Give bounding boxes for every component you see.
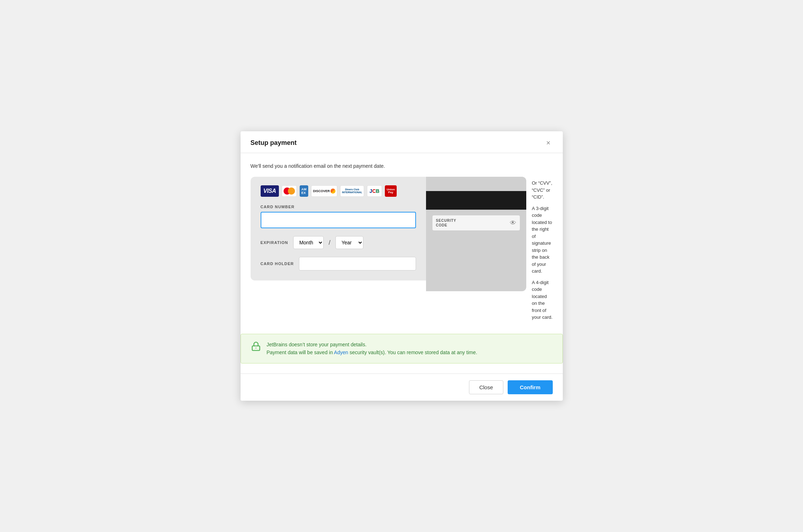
unionpay-logo: UnionPay bbox=[385, 185, 397, 197]
card-number-label: CARD NUMBER bbox=[261, 205, 416, 209]
card-back-black-strip bbox=[426, 191, 526, 210]
adyen-link[interactable]: Adyen bbox=[334, 350, 348, 355]
security-code-label: SECURITY CODE bbox=[436, 218, 506, 228]
visa-logo: VISA bbox=[261, 185, 279, 197]
close-button[interactable]: Close bbox=[469, 380, 503, 394]
expiration-row: EXPIRATION Month 01020304 05060708 09101… bbox=[261, 236, 416, 249]
info-line2-prefix: Payment data will be saved in bbox=[267, 350, 334, 355]
info-line1: JetBrains doesn’t store your payment det… bbox=[267, 342, 367, 347]
expiration-label: EXPIRATION bbox=[261, 240, 288, 245]
card-holder-row: CARD HOLDER bbox=[261, 257, 416, 270]
close-x-button[interactable]: × bbox=[544, 138, 553, 147]
lock-icon bbox=[251, 341, 261, 351]
month-select[interactable]: Month 01020304 05060708 09101112 bbox=[293, 236, 324, 249]
spacer bbox=[251, 363, 553, 374]
dialog-body: We'll send you a notification email on t… bbox=[241, 153, 563, 373]
diners-logo: Diners ClubINTERNATIONAL bbox=[340, 185, 364, 197]
card-holder-input[interactable] bbox=[299, 257, 416, 270]
security-tip-3digit: A 3-digit code located to the right of s… bbox=[532, 205, 553, 275]
svg-point-1 bbox=[255, 347, 256, 348]
info-box: JetBrains doesn’t store your payment det… bbox=[241, 334, 563, 363]
dialog-header: Setup payment × bbox=[241, 131, 563, 153]
security-tip-4digit: A 4-digit code located on the front of y… bbox=[532, 279, 553, 321]
mastercard-logo bbox=[282, 185, 297, 197]
card-back-area: SECURITY CODE 👁︎ bbox=[426, 177, 526, 291]
info-text: JetBrains doesn’t store your payment det… bbox=[267, 341, 477, 357]
jcb-logo: JCB bbox=[367, 185, 382, 197]
dialog-title: Setup payment bbox=[251, 139, 297, 147]
eye-icon: 👁︎ bbox=[510, 219, 516, 227]
exp-separator: / bbox=[329, 239, 330, 247]
confirm-button[interactable]: Confirm bbox=[508, 380, 553, 394]
setup-payment-dialog: Setup payment × We'll send you a notific… bbox=[241, 131, 563, 400]
discover-text: DISCOVER bbox=[313, 189, 330, 193]
lock-icon-wrap bbox=[251, 341, 261, 353]
dialog-footer: Close Confirm bbox=[241, 374, 563, 401]
year-select[interactable]: Year 2024202520262027 202820292030 bbox=[335, 236, 363, 249]
amex-logo: AMEX bbox=[300, 185, 308, 197]
card-number-input[interactable] bbox=[261, 212, 416, 228]
card-form-area: VISA AMEX DISCOVER Diners ClubINTERNATIO… bbox=[251, 177, 426, 280]
security-tip-cvv: Or “CVV”, “CVC” or “CID”. bbox=[532, 180, 553, 201]
card-back-signature: SECURITY CODE 👁︎ bbox=[432, 215, 520, 230]
security-tooltip: Or “CVV”, “CVC” or “CID”. A 3-digit code… bbox=[532, 177, 553, 325]
notification-text: We'll send you a notification email on t… bbox=[251, 163, 553, 169]
card-section: VISA AMEX DISCOVER Diners ClubINTERNATIO… bbox=[251, 177, 553, 325]
discover-dot bbox=[330, 189, 335, 194]
discover-logo: DISCOVER bbox=[311, 185, 337, 197]
info-line2-suffix: security vault(s). You can remove stored… bbox=[348, 350, 477, 355]
card-logos: VISA AMEX DISCOVER Diners ClubINTERNATIO… bbox=[261, 185, 416, 197]
card-holder-label: CARD HOLDER bbox=[261, 262, 294, 266]
mc-orange-circle bbox=[288, 187, 295, 195]
